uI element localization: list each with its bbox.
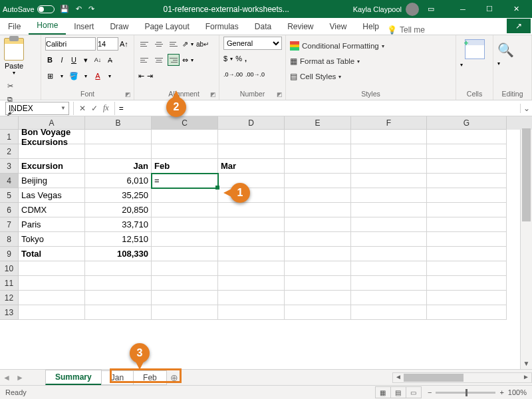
cell[interactable]	[152, 232, 218, 247]
expand-formula-bar-icon[interactable]: ⌄	[520, 104, 532, 113]
cell[interactable]	[285, 130, 351, 144]
scrollbar-thumb[interactable]	[522, 128, 531, 221]
share-button[interactable]: ↗	[507, 19, 531, 33]
borders-icon[interactable]: ⊞	[45, 72, 55, 80]
cell[interactable]	[285, 174, 351, 188]
cell[interactable]	[351, 261, 427, 276]
cell[interactable]	[19, 291, 85, 305]
cell[interactable]	[427, 261, 507, 276]
row-header[interactable]: 9	[0, 247, 19, 261]
column-header[interactable]: G	[427, 116, 507, 130]
sheet-nav-prev-icon[interactable]: ◄	[0, 373, 13, 382]
cell[interactable]	[427, 174, 507, 188]
cell[interactable]	[152, 276, 218, 291]
row-header[interactable]: 5	[0, 188, 19, 203]
normal-view-button[interactable]: ▦	[375, 386, 391, 398]
cell[interactable]	[285, 305, 351, 320]
row-header[interactable]: 1	[0, 130, 19, 144]
row-header[interactable]: 8	[0, 232, 19, 247]
tell-me-search[interactable]: 💡 Tell me	[387, 25, 430, 35]
cell[interactable]	[351, 188, 427, 203]
cell[interactable]	[85, 261, 152, 276]
redo-icon[interactable]: ↷	[88, 5, 94, 13]
cell[interactable]: 35,250	[85, 188, 152, 203]
font-color-icon[interactable]: A	[93, 72, 102, 80]
tab-formulas[interactable]: Formulas	[198, 19, 247, 35]
cell[interactable]: Excursion	[19, 159, 85, 174]
cell[interactable]: 108,330	[85, 247, 152, 261]
cell[interactable]	[285, 247, 351, 261]
cell[interactable]	[351, 159, 427, 174]
tab-file[interactable]: File	[0, 19, 29, 35]
row-header[interactable]: 4	[0, 174, 19, 188]
zoom-in-button[interactable]: +	[499, 388, 503, 396]
cell[interactable]	[427, 217, 507, 232]
column-header[interactable]: E	[285, 116, 351, 130]
zoom-slider[interactable]	[436, 392, 495, 394]
enter-formula-icon[interactable]: ✓	[91, 104, 98, 113]
cell[interactable]	[218, 276, 285, 291]
align-left-icon[interactable]	[138, 54, 150, 66]
cell[interactable]	[218, 203, 285, 217]
increase-indent-icon[interactable]: ⇥	[147, 72, 153, 80]
user-account[interactable]: Kayla Claypool	[353, 3, 419, 16]
align-middle-icon[interactable]	[153, 38, 165, 50]
cell[interactable]	[152, 203, 218, 217]
cell[interactable]	[427, 247, 507, 261]
cell[interactable]	[285, 217, 351, 232]
sheet-nav-next-icon[interactable]: ►	[13, 373, 27, 382]
cell[interactable]	[85, 291, 152, 305]
close-button[interactable]: ✕	[503, 0, 529, 18]
row-header[interactable]: 7	[0, 217, 19, 232]
new-sheet-button[interactable]: ⊕	[166, 372, 182, 383]
cell[interactable]	[218, 305, 285, 320]
cell[interactable]	[351, 232, 427, 247]
cell[interactable]	[152, 291, 218, 305]
sheet-tab-feb[interactable]: Feb	[133, 370, 167, 385]
tab-page-layout[interactable]: Page Layout	[136, 19, 197, 35]
cell[interactable]	[152, 217, 218, 232]
cell[interactable]	[85, 144, 152, 159]
format-as-table-button[interactable]: ▦Format as Table▾	[290, 55, 360, 68]
increase-font-icon[interactable]: A↑	[120, 40, 128, 48]
cell[interactable]	[218, 232, 285, 247]
cell[interactable]	[427, 130, 507, 144]
cell[interactable]	[152, 261, 218, 276]
cell[interactable]	[427, 188, 507, 203]
row-header[interactable]: 3	[0, 159, 19, 174]
increase-decimal-icon[interactable]: .0→.00	[223, 71, 243, 78]
merge-center-icon[interactable]: ⇔	[182, 56, 188, 65]
vertical-scrollbar[interactable]: ▲ ▼	[520, 116, 532, 369]
scroll-right-icon[interactable]: ►	[521, 373, 531, 382]
cell[interactable]: 33,710	[85, 217, 152, 232]
align-top-icon[interactable]	[138, 38, 150, 50]
cell[interactable]: 12,510	[85, 232, 152, 247]
cell[interactable]	[85, 276, 152, 291]
cell[interactable]	[19, 276, 85, 291]
tab-data[interactable]: Data	[247, 19, 279, 35]
row-header[interactable]: 11	[0, 276, 19, 291]
autosave-toggle[interactable]: AutoSave	[3, 5, 55, 13]
cell[interactable]: 20,850	[85, 203, 152, 217]
page-layout-view-button[interactable]: ▤	[390, 386, 406, 398]
cell[interactable]	[152, 305, 218, 320]
sheet-tab-summary[interactable]: Summary	[45, 370, 102, 385]
column-header[interactable]: F	[351, 116, 427, 130]
tab-view[interactable]: View	[322, 19, 355, 35]
decrease-indent-icon[interactable]: ⇤	[138, 72, 144, 80]
cell[interactable]	[285, 144, 351, 159]
cell[interactable]	[427, 291, 507, 305]
cell[interactable]: Jan	[85, 159, 152, 174]
name-box[interactable]: INDEX ▼	[5, 102, 69, 115]
percent-format-icon[interactable]: %	[235, 55, 242, 63]
tab-draw[interactable]: Draw	[102, 19, 136, 35]
wrap-text-icon[interactable]: ab↵	[196, 41, 209, 48]
scrollbar-thumb[interactable]	[404, 374, 464, 382]
cell[interactable]: CDMX	[19, 203, 85, 217]
cell[interactable]	[285, 232, 351, 247]
cell[interactable]	[427, 144, 507, 159]
cell[interactable]	[351, 291, 427, 305]
row-header[interactable]: 12	[0, 291, 19, 305]
cell[interactable]: Total	[19, 247, 85, 261]
cell[interactable]	[351, 276, 427, 291]
